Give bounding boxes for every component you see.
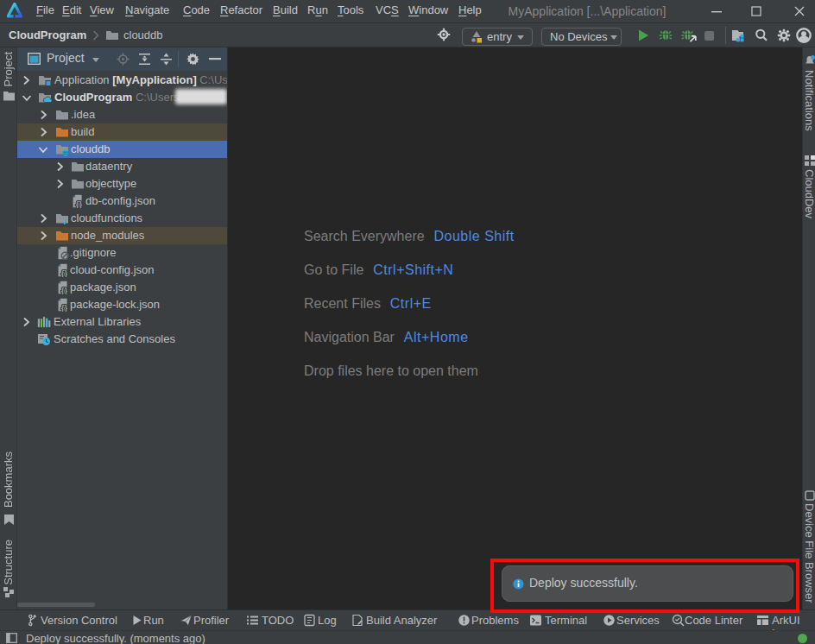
svg-text:{}: {}: [61, 268, 68, 277]
svg-text:{}: {}: [76, 199, 83, 208]
svg-text:{}: {}: [61, 286, 68, 294]
svg-text:{}: {}: [61, 303, 68, 312]
